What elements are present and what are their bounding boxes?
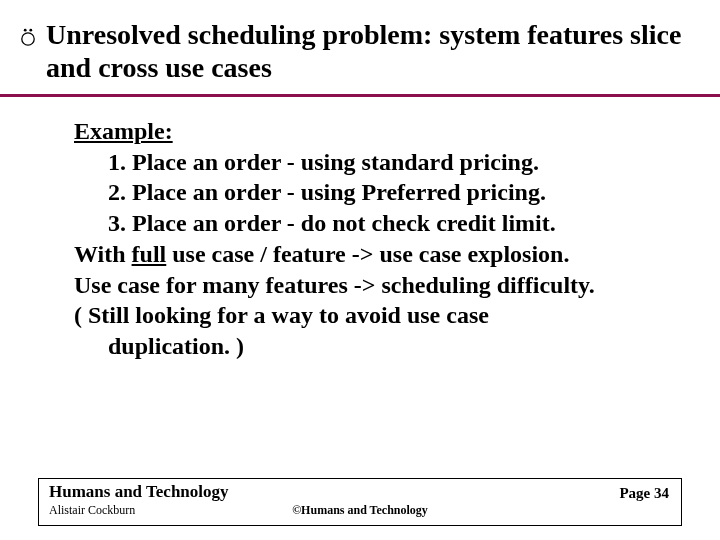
svg-point-1: [24, 29, 27, 32]
footer-page-number: Page 34: [619, 485, 669, 502]
svg-point-0: [22, 33, 34, 45]
example-item: 2. Place an order - using Preferred pric…: [74, 177, 686, 208]
example-item: 1. Place an order - using standard prici…: [74, 147, 686, 178]
bullet-icon: [18, 26, 38, 50]
slide-title: Unresolved scheduling problem: system fe…: [46, 18, 686, 84]
example-item: 3. Place an order - do not check credit …: [74, 208, 686, 239]
underlined-word: full: [132, 241, 167, 267]
note-line: duplication. ): [74, 331, 686, 362]
text: With: [74, 241, 132, 267]
note-line: ( Still looking for a way to avoid use c…: [74, 300, 686, 331]
svg-point-2: [29, 29, 32, 32]
body-line: Use case for many features -> scheduling…: [74, 270, 686, 301]
slide-body: Example: 1. Place an order - using stand…: [74, 116, 686, 362]
body-line: With full use case / feature -> use case…: [74, 239, 686, 270]
text: use case / feature -> use case explosion…: [166, 241, 569, 267]
footer-copyright: ©Humans and Technology: [292, 503, 428, 518]
horizontal-rule: [0, 94, 720, 97]
example-label: Example:: [74, 118, 173, 144]
footer: Humans and Technology Alistair Cockburn …: [38, 478, 682, 526]
footer-org: Humans and Technology: [49, 483, 671, 502]
slide: Unresolved scheduling problem: system fe…: [0, 0, 720, 540]
